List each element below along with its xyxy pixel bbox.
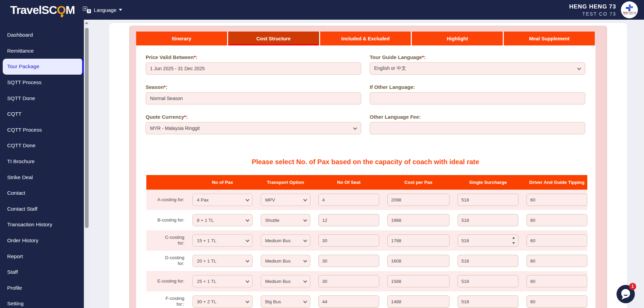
- no-of-seat-input[interactable]: [318, 234, 379, 247]
- tab-itinerary[interactable]: Itinerary: [136, 32, 227, 45]
- sidebar-item-cqtt-process[interactable]: CQTT Process: [0, 122, 84, 138]
- no-of-pax-select[interactable]: 8 + 1 TL: [192, 214, 253, 226]
- single-surcharge-input[interactable]: [458, 214, 518, 226]
- cost-per-pax-input[interactable]: [387, 295, 449, 308]
- col-header-transport-option: Transport Option: [261, 180, 310, 185]
- single-surcharge-input[interactable]: [458, 295, 518, 308]
- cost-per-pax-input[interactable]: [387, 214, 449, 226]
- app-window: TravelSCOM A 文 Language HENG HENG 73 TES…: [0, 0, 644, 308]
- language-label: Language: [94, 7, 116, 13]
- no-of-seat-input[interactable]: [318, 275, 379, 287]
- sidebar-item-transaction-history[interactable]: Transaction History: [0, 217, 84, 233]
- field-other-language-fee: Other Language Fee:: [370, 114, 585, 134]
- tour-guide-language-select[interactable]: English or 中文: [370, 62, 585, 75]
- tipping-input[interactable]: [527, 194, 587, 206]
- single-surcharge-input[interactable]: [458, 255, 518, 267]
- tipping-input[interactable]: [527, 234, 587, 247]
- company-avatar[interactable]: TEST CO 73 TRAVEL AGENCY: [621, 1, 638, 18]
- single-surcharge-input[interactable]: [458, 275, 518, 287]
- tipping-input[interactable]: [527, 275, 587, 287]
- chevron-down-icon: [119, 9, 122, 11]
- transport-option-select[interactable]: Medium Bus: [261, 275, 310, 287]
- no-of-pax-select[interactable]: 4 Pax: [192, 194, 253, 206]
- chat-notification-badge[interactable]: 1: [629, 283, 636, 290]
- sidebar-item-ti-brochure[interactable]: TI Brochure: [0, 154, 84, 170]
- tipping-input[interactable]: [527, 255, 587, 267]
- table-row-f: F-costing for:: 30 + 2 TL Big Bus: [146, 291, 587, 308]
- sidebar-item-tour-package[interactable]: Tour Package: [3, 59, 84, 75]
- tab-meal-supplement[interactable]: Meal Supplement: [504, 32, 595, 45]
- no-of-pax-select[interactable]: 30 + 2 TL: [192, 295, 253, 308]
- no-of-seat-input[interactable]: [318, 194, 379, 206]
- cost-per-pax-input[interactable]: [387, 275, 449, 287]
- sidebar-item-cqtt[interactable]: CQTT: [0, 106, 84, 122]
- transport-option-select[interactable]: Shuttle: [261, 214, 310, 226]
- no-of-seat-input[interactable]: [318, 214, 379, 226]
- avatar-subtext: TRAVEL AGENCY: [623, 14, 636, 16]
- tab-included-excluded[interactable]: Included & Excluded: [320, 32, 411, 45]
- tipping-input[interactable]: [527, 214, 587, 226]
- sidebar-item-setting[interactable]: Setting: [0, 296, 84, 308]
- transport-option-select[interactable]: Medium Bus: [261, 234, 310, 247]
- col-header-cost-per-pax: Cost per Pax: [387, 180, 449, 185]
- content-card: Itinerary Cost Structure Included & Excl…: [109, 23, 627, 308]
- user-name: HENG HENG 73: [569, 3, 616, 10]
- no-of-seat-input[interactable]: [318, 295, 379, 308]
- sidebar-item-dashboard[interactable]: Dashboard: [0, 27, 84, 43]
- language-menu[interactable]: A 文 Language: [83, 6, 122, 13]
- sidebar-item-profile[interactable]: Profile: [0, 280, 84, 296]
- season-input[interactable]: [146, 92, 361, 104]
- sidebar-item-contact[interactable]: Contact: [0, 185, 84, 201]
- quote-currency-label: Quote Currency*:: [146, 114, 361, 120]
- field-tour-guide-language: Tour Guide Language*: English or 中文: [370, 54, 585, 75]
- chat-button[interactable]: 1: [616, 284, 636, 304]
- if-other-language-input[interactable]: [370, 92, 585, 104]
- other-language-fee-label: Other Language Fee:: [370, 114, 585, 120]
- if-other-language-label: If Other Language:: [370, 84, 585, 90]
- scrollbar-thumb[interactable]: [85, 28, 89, 228]
- cost-per-pax-input[interactable]: [387, 255, 449, 267]
- spinner-up-icon[interactable]: [512, 237, 515, 239]
- cost-per-pax-input[interactable]: [387, 194, 449, 206]
- transport-option-select[interactable]: Medium Bus: [261, 255, 310, 267]
- row-label: D-costing for:: [146, 255, 184, 267]
- brand-logo[interactable]: TravelSCOM: [10, 3, 75, 17]
- single-surcharge-input[interactable]: [458, 194, 518, 206]
- sidebar-item-cqtt-done[interactable]: CQTT Done: [0, 138, 84, 154]
- quote-currency-select[interactable]: MYR - Malaysia Ringgit: [146, 122, 361, 134]
- other-language-fee-input[interactable]: [370, 122, 585, 134]
- cost-per-pax-input[interactable]: [387, 234, 449, 247]
- no-of-pax-select[interactable]: 25 + 1 TL: [192, 275, 253, 287]
- tab-cost-structure[interactable]: Cost Structure: [228, 32, 319, 45]
- single-surcharge-input[interactable]: [458, 234, 518, 247]
- sidebar-item-strike-deal[interactable]: Strike Deal: [0, 169, 84, 185]
- scrollbar-up-arrow-icon[interactable]: [85, 22, 88, 24]
- agency-cross-logo: [625, 4, 634, 12]
- transport-option-select[interactable]: Big Bus: [261, 295, 310, 308]
- col-header-no-of-pax: No of Pax: [192, 180, 253, 185]
- tipping-input[interactable]: [527, 295, 587, 308]
- row-label: A-costing for:: [146, 197, 184, 203]
- table-row-c: C-costing for: 15 + 1 TL Medium Bus: [146, 230, 587, 251]
- sidebar-item-staff[interactable]: Staff: [0, 264, 84, 280]
- sidebar-item-remittance[interactable]: Remittance: [0, 43, 84, 59]
- sidebar-item-sqtt-process[interactable]: SQTT Process: [0, 75, 84, 91]
- sidebar-item-sqtt-done[interactable]: SQTT Done: [0, 90, 84, 106]
- sidebar-item-contact-staff[interactable]: Contact Staff: [0, 201, 84, 217]
- field-quote-currency: Quote Currency*: MYR - Malaysia Ringgit: [146, 114, 361, 134]
- no-of-seat-input[interactable]: [318, 255, 379, 267]
- table-row-b: B-costing for: 8 + 1 TL Shuttle: [146, 210, 587, 230]
- no-of-pax-select[interactable]: 15 + 1 TL: [192, 234, 253, 247]
- price-valid-between-label: Price Valid Between*:: [146, 54, 361, 60]
- spinner-down-icon[interactable]: [512, 242, 515, 244]
- sidebar-item-report[interactable]: Report: [0, 248, 84, 264]
- price-valid-between-input[interactable]: [146, 62, 361, 75]
- no-of-pax-select[interactable]: 20 + 1 TL: [192, 255, 253, 267]
- avatar-text: TEST CO 73: [623, 12, 636, 14]
- transport-option-select[interactable]: MPV: [261, 194, 310, 206]
- sidebar-item-order-history[interactable]: Order History: [0, 233, 84, 249]
- vertical-scrollbar[interactable]: [84, 20, 89, 308]
- number-spinner[interactable]: [512, 237, 516, 244]
- tour-guide-language-label: Tour Guide Language*:: [370, 54, 585, 60]
- tab-highlight[interactable]: Highlight: [412, 32, 503, 45]
